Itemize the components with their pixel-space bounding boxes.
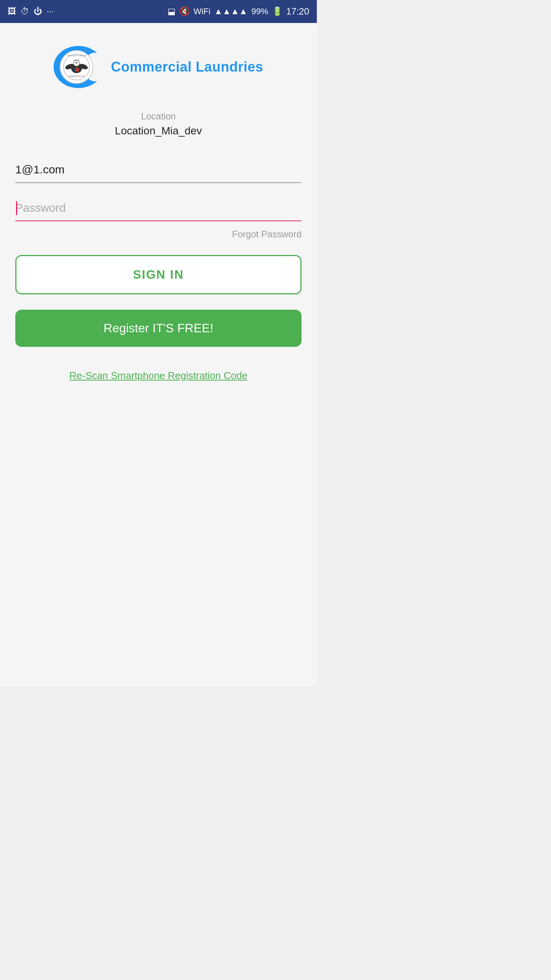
password-cursor xyxy=(16,201,17,215)
battery-icon: 🔋 xyxy=(272,7,282,16)
logo-c-shape: ★ ★ ★ QUARTER DOLLAR UNITED STATES OF AM… xyxy=(54,46,103,88)
location-section: Location Location_Mia_dev xyxy=(115,111,202,137)
location-value: Location_Mia_dev xyxy=(115,125,202,137)
svg-text:★ ★ ★: ★ ★ ★ xyxy=(74,59,80,61)
status-time: 17:20 xyxy=(286,6,309,17)
svg-text:UNITED STATES OF AMERICA: UNITED STATES OF AMERICA xyxy=(67,55,86,57)
status-bar-left: 🖼 ⏱ ⏻ ··· xyxy=(8,7,54,16)
email-input[interactable] xyxy=(15,160,302,179)
logo-emblem: ★ ★ ★ QUARTER DOLLAR UNITED STATES OF AM… xyxy=(54,46,103,88)
register-button[interactable]: Register IT'S FREE! xyxy=(15,310,302,347)
dots-icon: ··· xyxy=(47,7,54,16)
mute-icon: 🔇 xyxy=(179,7,190,16)
timer-icon: ⏱ xyxy=(21,7,29,16)
wifi-icon: WiFi xyxy=(194,7,210,16)
signin-button[interactable]: SIGN IN xyxy=(15,255,302,294)
forgot-password-link[interactable]: Forgot Password xyxy=(15,229,302,240)
power-icon: ⏻ xyxy=(34,7,42,16)
password-input[interactable] xyxy=(15,198,302,217)
photo-icon: 🖼 xyxy=(8,7,16,16)
location-label: Location xyxy=(115,111,202,122)
bluetooth-icon: ⬓ xyxy=(168,7,176,16)
signal-icon: ▲▲▲▲ xyxy=(214,7,248,16)
logo-section: ★ ★ ★ QUARTER DOLLAR UNITED STATES OF AM… xyxy=(54,46,263,88)
svg-point-6 xyxy=(76,62,77,64)
seal-svg: ★ ★ ★ QUARTER DOLLAR UNITED STATES OF AM… xyxy=(63,53,90,81)
svg-rect-8 xyxy=(74,68,76,72)
main-content: ★ ★ ★ QUARTER DOLLAR UNITED STATES OF AM… xyxy=(0,23,317,686)
password-input-wrapper xyxy=(15,198,302,221)
app-name: Commercial Laundries xyxy=(111,59,263,75)
form-section: Forgot Password SIGN IN Register IT'S FR… xyxy=(15,160,302,382)
rescan-link[interactable]: Re-Scan Smartphone Registration Code xyxy=(15,370,302,382)
battery-percentage: 99% xyxy=(251,7,268,16)
status-bar-right: ⬓ 🔇 WiFi ▲▲▲▲ 99% 🔋 17:20 xyxy=(168,6,309,17)
svg-text:QUARTER DOLLAR: QUARTER DOLLAR xyxy=(68,75,85,77)
logo-inner-circle: ★ ★ ★ QUARTER DOLLAR UNITED STATES OF AM… xyxy=(60,50,93,84)
email-input-wrapper xyxy=(15,160,302,183)
status-bar: 🖼 ⏱ ⏻ ··· ⬓ 🔇 WiFi ▲▲▲▲ 99% 🔋 17:20 xyxy=(0,0,317,23)
